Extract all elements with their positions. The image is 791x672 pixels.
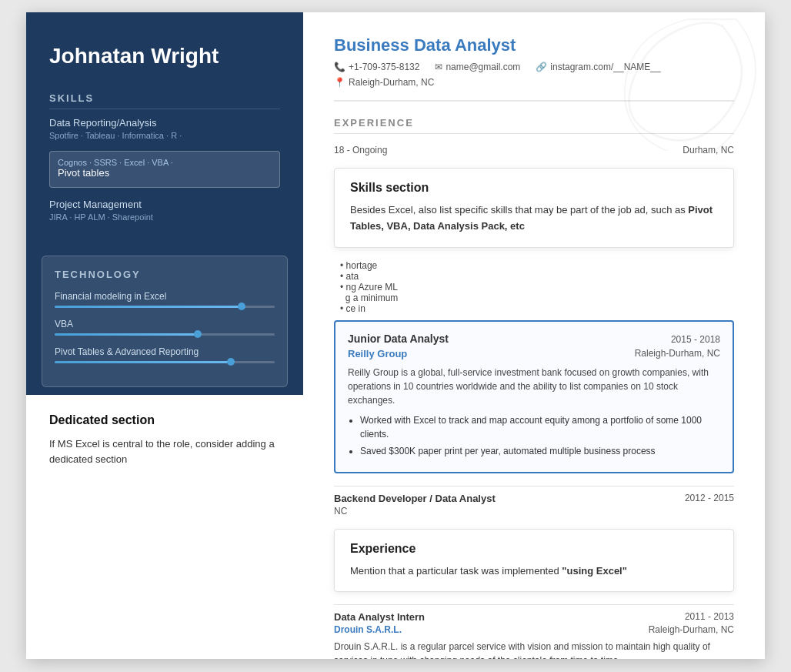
contact-phone: 📞 +1-709-375-8132 (334, 62, 419, 72)
skill-highlight-box: Cognos · SSRS · Excel · VBA · Pivot tabl… (49, 151, 280, 188)
partial-bullet-4: • ce in (340, 303, 734, 314)
tech-item-2: Pivot Tables & Advanced Reporting (55, 346, 275, 363)
experience-section-heading: EXPERIENCE (334, 117, 734, 134)
instagram-handle: instagram.com/__NAME__ (550, 62, 660, 72)
phone-number: +1-709-375-8132 (349, 62, 419, 72)
slider-thumb-0 (238, 303, 245, 310)
email-icon: ✉ (435, 62, 442, 72)
tech-name-2: Pivot Tables & Advanced Reporting (55, 346, 275, 357)
tech-name-0: Financial modeling in Excel (55, 291, 275, 302)
slider-fill-0 (55, 306, 242, 308)
junior-analyst-title: Junior Data Analyst (348, 333, 449, 345)
tech-item-0: Financial modeling in Excel (55, 291, 275, 308)
partial-bullets: • hortage • ata • ng Azure ML g a minimu… (334, 260, 734, 314)
experience-tooltip-box: Experience Mention that a particular tas… (334, 529, 734, 593)
partial-exp-top: 18 - Ongoing Durham, NC (334, 145, 734, 155)
junior-bullet-2: Saved $300K paper print per year, automa… (360, 444, 720, 458)
skill-highlight-tags: Cognos · SSRS · Excel · VBA · (58, 158, 272, 167)
partial-bullet-1: • hortage (340, 260, 734, 271)
slider-track-2 (55, 361, 275, 363)
skill-name-pm: Project Management (49, 199, 280, 210)
skills-tooltip-box: Skills section Besides Excel, also list … (334, 168, 734, 248)
contact-instagram: 🔗 instagram.com/__NAME__ (536, 62, 660, 72)
junior-analyst-location: Raleigh-Durham, NC (635, 348, 720, 359)
tech-name-1: VBA (55, 319, 275, 329)
skill-tags-pm: JIRA · HP ALM · Sharepoint (49, 212, 280, 222)
dedicated-text: If MS Excel is central to the role, cons… (49, 436, 280, 469)
experience-tooltip-text: Mention that a particular task was imple… (350, 563, 718, 580)
main-container: Johnatan Wright SKILLS Data Reporting/An… (26, 12, 765, 659)
partial-dev-title: Backend Developer / Data Analyst (334, 493, 496, 504)
technology-section: TECHNOLOGY Financial modeling in Excel V… (42, 256, 288, 387)
intern-company: Drouin S.A.R.L. (334, 624, 402, 635)
junior-analyst-bullets: Worked with Excel to track and map accou… (348, 413, 720, 458)
intern-row: Data Analyst Intern 2011 - 2013 (334, 604, 734, 623)
sidebar-top: Johnatan Wright SKILLS Data Reporting/An… (26, 12, 303, 248)
skill-highlight-extra: Pivot tables (58, 167, 272, 179)
resume-card: Business Data Analyst 📞 +1-709-375-8132 … (303, 12, 765, 659)
slider-fill-1 (55, 333, 198, 336)
email-address: name@gmail.com (446, 62, 520, 72)
partial-exp-dates: 18 - Ongoing (334, 145, 387, 155)
right-panel: Business Data Analyst 📞 +1-709-375-8132 … (303, 12, 765, 659)
junior-analyst-description: Reilly Group is a global, full-service i… (348, 366, 720, 407)
exp-tooltip-bold: "using Excel" (562, 565, 627, 577)
skills-tooltip-text: Besides Excel, also list specific skills… (350, 202, 718, 235)
skill-name-reporting: Data Reporting/Analysis (49, 117, 280, 129)
tech-item-1: VBA (55, 319, 275, 336)
resume-contact: 📞 +1-709-375-8132 ✉ name@gmail.com 🔗 ins… (334, 62, 734, 72)
instagram-icon: 🔗 (536, 62, 547, 72)
skills-tooltip-before: Besides Excel, also list specific skills… (350, 204, 688, 216)
intern-description: Drouin S.A.R.L. is a regular parcel serv… (334, 640, 734, 659)
slider-thumb-2 (227, 358, 235, 366)
sidebar: Johnatan Wright SKILLS Data Reporting/An… (26, 12, 303, 659)
slider-track-0 (55, 306, 275, 308)
experience-tooltip-title: Experience (350, 542, 718, 556)
resume-location: 📍 Raleigh-Durham, NC (334, 77, 734, 88)
slider-thumb-1 (194, 330, 202, 338)
technology-label: TECHNOLOGY (55, 269, 275, 280)
location-icon: 📍 (334, 77, 345, 88)
partial-dev-loc: NC (334, 506, 734, 517)
sidebar-name: Johnatan Wright (49, 43, 280, 69)
intern-company-row: Drouin S.A.R.L. Raleigh-Durham, NC (334, 624, 734, 635)
contact-email: ✉ name@gmail.com (435, 62, 520, 72)
skills-section-label: SKILLS (49, 92, 280, 109)
slider-track-1 (55, 333, 275, 336)
exp-tooltip-before: Mention that a particular task was imple… (350, 565, 562, 577)
junior-analyst-company-row: Reilly Group Raleigh-Durham, NC (348, 348, 720, 359)
partial-dev-row: Backend Developer / Data Analyst 2012 - … (334, 486, 734, 504)
slider-fill-2 (55, 361, 231, 363)
location-text: Raleigh-Durham, NC (349, 77, 434, 88)
skills-tooltip-title: Skills section (350, 181, 718, 195)
junior-analyst-header: Junior Data Analyst 2015 - 2018 (348, 333, 720, 345)
junior-analyst-item: Junior Data Analyst 2015 - 2018 Reilly G… (334, 320, 734, 473)
intern-location: Raleigh-Durham, NC (649, 624, 734, 635)
resume-header: Business Data Analyst 📞 +1-709-375-8132 … (334, 35, 734, 102)
resume-name-link[interactable]: Business Data Analyst (334, 35, 734, 55)
dedicated-title: Dedicated section (49, 413, 280, 427)
partial-bullet-3: • ng Azure ML g a minimum (340, 282, 734, 303)
junior-bullet-1: Worked with Excel to track and map accou… (360, 413, 720, 441)
partial-dev-dates: 2012 - 2015 (685, 493, 734, 504)
intern-dates: 2011 - 2013 (685, 611, 734, 623)
skill-project-management: Project Management JIRA · HP ALM · Share… (49, 199, 280, 222)
junior-analyst-dates: 2015 - 2018 (671, 334, 720, 345)
sidebar-bottom: Dedicated section If MS Excel is central… (26, 395, 303, 659)
partial-exp-loc: Durham, NC (683, 145, 734, 155)
phone-icon: 📞 (334, 62, 345, 72)
skill-tags-reporting: Spotfire · Tableau · Informatica · R · (49, 131, 280, 140)
intern-title: Data Analyst Intern (334, 611, 425, 623)
junior-analyst-company: Reilly Group (348, 348, 407, 359)
partial-bullet-2: • ata (340, 271, 734, 282)
skill-data-reporting: Data Reporting/Analysis Spotfire · Table… (49, 117, 280, 140)
